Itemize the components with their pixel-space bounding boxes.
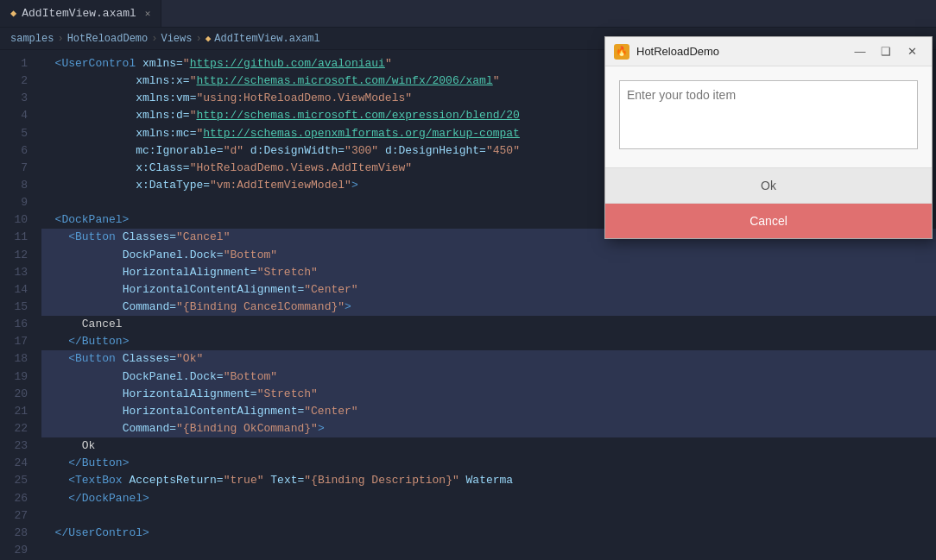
todo-input[interactable] — [619, 80, 918, 149]
breadcrumb-file[interactable]: AddItemView.axaml — [214, 33, 319, 45]
code-line-13: HorizontalAlignment="Stretch" — [41, 264, 936, 281]
breadcrumb-hotreloaddemo[interactable]: HotReloadDemo — [67, 33, 149, 45]
code-line-24: </Button> — [41, 455, 936, 472]
code-line-27 — [41, 507, 936, 525]
modal-app-icon: 🔥 — [614, 44, 629, 60]
breadcrumb-file-icon: ◆ — [206, 33, 212, 44]
tab-additemview[interactable]: ◆ AddItemView.axaml ✕ — [0, 0, 161, 27]
code-line-22: Command="{Binding OkCommand}"> — [41, 420, 936, 437]
code-line-29 — [41, 542, 936, 559]
breadcrumb-views[interactable]: Views — [161, 33, 192, 45]
tab-close-button[interactable]: ✕ — [145, 8, 151, 19]
code-line-18: <Button Classes="Ok" — [41, 350, 936, 368]
tab-label: AddItemView.axaml — [22, 7, 136, 20]
code-line-19: DockPanel.Dock="Bottom" — [41, 368, 936, 386]
code-line-26: </DockPanel> — [41, 490, 936, 507]
code-line-20: HorizontalAlignment="Stretch" — [41, 386, 936, 403]
line-numbers: 12345 678910 1112131415 1617181920 21222… — [0, 50, 35, 560]
tab-file-icon: ◆ — [10, 7, 16, 20]
tab-bar: ◆ AddItemView.axaml ✕ — [0, 0, 936, 28]
code-line-23: Ok — [41, 437, 936, 455]
code-line-16: Cancel — [41, 316, 936, 333]
cancel-button[interactable]: Cancel — [605, 204, 932, 238]
code-line-14: HorizontalContentAlignment="Center" — [41, 281, 936, 299]
code-line-15: Command="{Binding CancelCommand}"> — [41, 299, 936, 316]
modal-window: 🔥 HotReloadDemo — ❑ ✕ Ok Cancel — [604, 36, 933, 239]
ok-button[interactable]: Ok — [605, 168, 932, 204]
modal-restore-button[interactable]: ❑ — [875, 43, 897, 60]
modal-body — [605, 66, 932, 167]
code-line-17: </Button> — [41, 333, 936, 350]
modal-title: HotReloadDemo — [636, 45, 842, 58]
modal-window-controls: — ❑ ✕ — [849, 43, 923, 60]
code-line-21: HorizontalContentAlignment="Center" — [41, 403, 936, 420]
code-line-25: <TextBox AcceptsReturn="true" Text="{Bin… — [41, 472, 936, 489]
modal-titlebar: 🔥 HotReloadDemo — ❑ ✕ — [605, 37, 932, 66]
breadcrumb-samples[interactable]: samples — [10, 33, 54, 45]
modal-action-buttons: Ok Cancel — [605, 167, 932, 238]
modal-close-button[interactable]: ✕ — [901, 43, 923, 60]
code-line-28: </UserControl> — [41, 525, 936, 542]
modal-minimize-button[interactable]: — — [849, 43, 871, 60]
code-line-12: DockPanel.Dock="Bottom" — [41, 247, 936, 264]
